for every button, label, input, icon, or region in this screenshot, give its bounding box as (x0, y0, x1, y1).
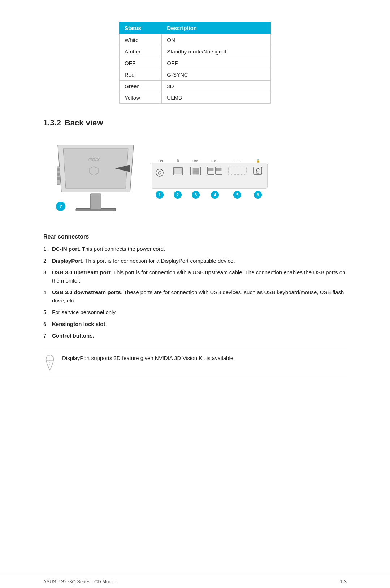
table-cell: Green (120, 81, 162, 92)
svg-text:7: 7 (59, 204, 62, 209)
page-content: Status Description WhiteONAmberStandby m… (0, 0, 390, 406)
note-icon (43, 354, 56, 372)
section-heading: 1.3.2 Back view (43, 118, 347, 128)
svg-rect-23 (193, 171, 199, 174)
monitor-illustration: /ISUS 7 (43, 138, 148, 222)
svg-text:1: 1 (159, 193, 161, 197)
svg-text:...........: ........... (233, 160, 241, 162)
table-cell: Yellow (120, 92, 162, 104)
svg-rect-7 (57, 168, 60, 171)
list-item-number: 2. (43, 257, 50, 265)
svg-text:3: 3 (195, 193, 197, 197)
list-item-number: 6. (43, 320, 50, 329)
list-item: 4.USB 3.0 downstream ports. These ports … (43, 288, 347, 305)
svg-text:/ISUS: /ISUS (88, 157, 99, 162)
svg-rect-9 (57, 177, 60, 180)
list-item: 2.DisplayPort. This port is for connecti… (43, 257, 347, 265)
svg-rect-8 (57, 173, 60, 176)
page-footer: ASUS PG278Q Series LCD Monitor 1-3 (0, 575, 390, 588)
list-item: 1.DC-IN port. This port connects the pow… (43, 245, 347, 253)
svg-rect-1 (90, 194, 101, 210)
svg-text:4: 4 (214, 193, 216, 197)
table-cell: OFF (162, 57, 271, 69)
table-cell: G-SYNC (162, 69, 271, 81)
list-item: 6.Kensington lock slot. (43, 320, 347, 329)
table-cell: 3D (162, 81, 271, 92)
svg-text:SS⊂→: SS⊂→ (211, 160, 219, 162)
svg-rect-19 (174, 169, 182, 173)
list-item-description: Control buttons. (52, 332, 347, 340)
list-item-description: USB 3.0 downstream ports. These ports ar… (52, 288, 347, 305)
list-item-description: USB 3.0 upstream port. This port is for … (52, 269, 347, 285)
section-title: Back view (65, 118, 103, 128)
list-item-description: Kensington lock slot. (52, 320, 347, 329)
table-cell: White (120, 34, 162, 46)
status-table: Status Description WhiteONAmberStandby m… (119, 22, 271, 104)
svg-text:𝔻: 𝔻 (177, 159, 179, 163)
footer-right: 1-3 (340, 579, 347, 584)
table-cell: ON (162, 34, 271, 46)
table-cell: OFF (120, 57, 162, 69)
table-cell: Standby mode/No signal (162, 46, 271, 57)
table-header-status: Status (120, 22, 162, 34)
list-item-description: DC-IN port. This port connects the power… (52, 245, 347, 253)
note-box: DisplayPort supports 3D feature given NV… (43, 349, 347, 377)
section-number: 1.3.2 (43, 118, 61, 128)
note-text: DisplayPort supports 3D feature given NV… (62, 354, 235, 362)
list-item: 7Control buttons. (43, 332, 347, 340)
list-item-description: DisplayPort. This port is for connection… (52, 257, 347, 265)
svg-text:DCIN: DCIN (156, 160, 162, 162)
connector-list: 1.DC-IN port. This port connects the pow… (43, 245, 347, 340)
list-item-number: 3. (43, 269, 50, 285)
table-cell: Amber (120, 46, 162, 57)
svg-text:6: 6 (257, 193, 259, 197)
table-cell: Red (120, 69, 162, 81)
svg-rect-22 (193, 168, 199, 171)
list-item-number: 5. (43, 308, 50, 317)
svg-text:5: 5 (236, 193, 238, 197)
footer-left: ASUS PG278Q Series LCD Monitor (43, 579, 118, 584)
list-item: 5.For service personnel only. (43, 308, 347, 317)
svg-text:2: 2 (177, 193, 179, 197)
svg-rect-28 (216, 168, 221, 171)
back-view-diagram: /ISUS 7 DCIN (43, 138, 347, 222)
connector-panel: DCIN 𝔻 USB⊂→ SS⊂→ (152, 158, 274, 202)
svg-text:🔒: 🔒 (256, 159, 260, 163)
list-item-description: For service personnel only. (52, 308, 347, 317)
list-item-number: 1. (43, 245, 50, 253)
table-header-description: Description (162, 22, 271, 34)
rear-connectors-heading: Rear connectors (43, 233, 347, 240)
svg-rect-27 (208, 168, 213, 171)
list-item-number: 7 (43, 332, 50, 340)
svg-text:USB⊂→: USB⊂→ (191, 160, 200, 162)
list-item-number: 4. (43, 288, 50, 305)
table-cell: ULMB (162, 92, 271, 104)
list-item: 3.USB 3.0 upstream port. This port is fo… (43, 269, 347, 285)
